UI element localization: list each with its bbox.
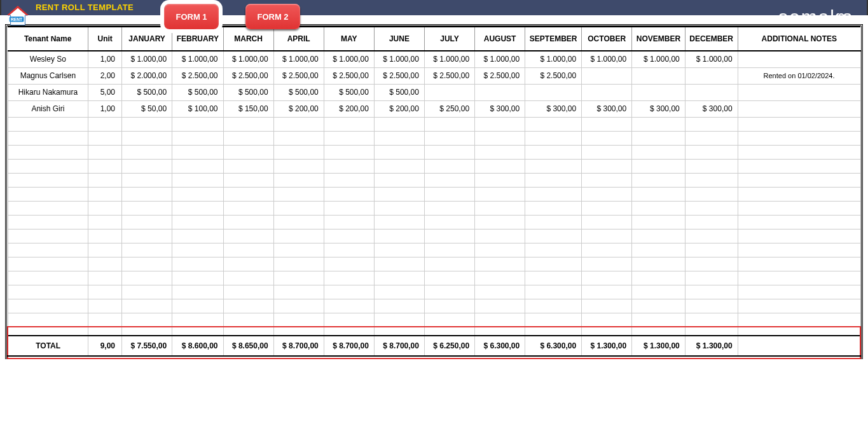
cell-month[interactable]: [172, 243, 223, 257]
cell-month[interactable]: $ 2.500,00: [324, 67, 374, 84]
cell-month[interactable]: [424, 159, 474, 173]
cell-month[interactable]: [632, 229, 685, 243]
cell-month[interactable]: [582, 243, 632, 257]
cell-month[interactable]: [324, 131, 374, 145]
cell-tenant[interactable]: [8, 187, 88, 201]
cell-month[interactable]: $ 500,00: [223, 84, 273, 100]
cell-tenant[interactable]: [8, 215, 88, 229]
cell-month[interactable]: [475, 215, 525, 229]
cell-month[interactable]: [685, 131, 738, 145]
table-row[interactable]: [8, 173, 860, 187]
cell-month[interactable]: [223, 215, 273, 229]
cell-month[interactable]: $ 1.000,00: [475, 51, 525, 67]
cell-month[interactable]: [374, 187, 424, 201]
cell-month[interactable]: [582, 285, 632, 299]
cell-tenant[interactable]: [8, 117, 88, 131]
cell-month[interactable]: [374, 271, 424, 285]
cell-month[interactable]: [424, 117, 474, 131]
cell-tenant[interactable]: [8, 145, 88, 159]
cell-month[interactable]: $ 2.500,00: [424, 67, 474, 84]
cell-notes[interactable]: [738, 84, 860, 100]
cell-month[interactable]: [582, 187, 632, 201]
cell-month[interactable]: [374, 299, 424, 313]
cell-month[interactable]: [324, 271, 374, 285]
cell-month[interactable]: [374, 131, 424, 145]
cell-month[interactable]: [273, 299, 324, 313]
cell-month[interactable]: [172, 159, 223, 173]
cell-month[interactable]: $ 2.500,00: [475, 67, 525, 84]
cell-month[interactable]: $ 500,00: [122, 84, 172, 100]
cell-month[interactable]: [223, 173, 273, 187]
cell-month[interactable]: [324, 257, 374, 271]
cell-month[interactable]: [374, 243, 424, 257]
cell-month[interactable]: [685, 271, 738, 285]
total-month[interactable]: $ 1.300,00: [582, 336, 632, 356]
cell-tenant[interactable]: Magnus Carlsen: [8, 67, 88, 84]
cell-month[interactable]: [424, 145, 474, 159]
cell-month[interactable]: [475, 257, 525, 271]
cell-month[interactable]: [582, 257, 632, 271]
cell-month[interactable]: [475, 187, 525, 201]
cell-month[interactable]: $ 2.500,00: [374, 67, 424, 84]
cell-unit[interactable]: [88, 243, 122, 257]
cell-month[interactable]: [424, 285, 474, 299]
total-label[interactable]: TOTAL: [8, 336, 88, 356]
cell-unit[interactable]: [88, 201, 122, 215]
cell-month[interactable]: [172, 257, 223, 271]
cell-month[interactable]: [122, 159, 172, 173]
cell-month[interactable]: [223, 201, 273, 215]
cell-unit[interactable]: 2,00: [88, 67, 122, 84]
cell-month[interactable]: [324, 229, 374, 243]
total-month[interactable]: $ 6.250,00: [424, 336, 474, 356]
cell-month[interactable]: [122, 313, 172, 327]
cell-month[interactable]: [223, 313, 273, 327]
table-row[interactable]: Anish Giri1,00$ 50,00$ 100,00$ 150,00$ 2…: [8, 100, 860, 117]
table-row[interactable]: Magnus Carlsen2,00$ 2.000,00$ 2.500,00$ …: [8, 67, 860, 84]
table-row[interactable]: [8, 229, 860, 243]
cell-month[interactable]: [582, 117, 632, 131]
cell-month[interactable]: [374, 117, 424, 131]
cell-tenant[interactable]: Anish Giri: [8, 100, 88, 117]
table-row[interactable]: [8, 201, 860, 215]
total-month[interactable]: $ 8.700,00: [374, 336, 424, 356]
cell-unit[interactable]: [88, 257, 122, 271]
cell-month[interactable]: [525, 159, 582, 173]
cell-month[interactable]: [525, 201, 582, 215]
cell-month[interactable]: $ 200,00: [324, 100, 374, 117]
cell-month[interactable]: [122, 187, 172, 201]
cell-month[interactable]: [475, 313, 525, 327]
cell-month[interactable]: [685, 215, 738, 229]
cell-month[interactable]: [273, 173, 324, 187]
cell-month[interactable]: $ 500,00: [324, 84, 374, 100]
cell-month[interactable]: [525, 229, 582, 243]
cell-notes[interactable]: [738, 159, 860, 173]
cell-tenant[interactable]: [8, 257, 88, 271]
cell-month[interactable]: [424, 243, 474, 257]
cell-month[interactable]: [685, 187, 738, 201]
cell-tenant[interactable]: [8, 299, 88, 313]
cell-unit[interactable]: [88, 313, 122, 327]
table-row[interactable]: [8, 159, 860, 173]
cell-month[interactable]: [685, 201, 738, 215]
cell-unit[interactable]: 1,00: [88, 100, 122, 117]
total-month[interactable]: $ 6.300,00: [475, 336, 525, 356]
cell-month[interactable]: $ 2.500,00: [172, 67, 223, 84]
table-row[interactable]: [8, 299, 860, 313]
cell-month[interactable]: [324, 215, 374, 229]
table-row[interactable]: [8, 257, 860, 271]
cell-month[interactable]: [424, 131, 474, 145]
cell-month[interactable]: $ 1.000,00: [374, 51, 424, 67]
table-row[interactable]: [8, 131, 860, 145]
cell-month[interactable]: $ 500,00: [273, 84, 324, 100]
cell-month[interactable]: [525, 84, 582, 100]
cell-tenant[interactable]: [8, 131, 88, 145]
table-row[interactable]: [8, 243, 860, 257]
cell-month[interactable]: [582, 131, 632, 145]
total-month[interactable]: $ 6.300,00: [525, 336, 582, 356]
cell-tenant[interactable]: [8, 271, 88, 285]
cell-month[interactable]: [475, 201, 525, 215]
cell-notes[interactable]: [738, 271, 860, 285]
cell-month[interactable]: [172, 285, 223, 299]
cell-tenant[interactable]: [8, 313, 88, 327]
cell-month[interactable]: [632, 117, 685, 131]
